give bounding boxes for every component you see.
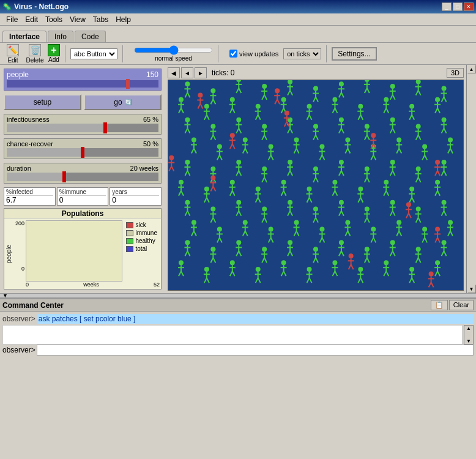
svg-line-158 xyxy=(416,135,418,140)
svg-line-213 xyxy=(422,155,425,160)
svg-line-19 xyxy=(264,95,267,100)
svg-line-3 xyxy=(185,92,187,97)
svg-point-455 xyxy=(262,247,267,252)
svg-point-35 xyxy=(365,80,370,82)
edit-icon: ✏️ xyxy=(7,44,19,56)
svg-line-489 xyxy=(418,258,421,263)
svg-point-360 xyxy=(339,200,344,205)
people-slider-widget[interactable]: people 150 xyxy=(4,69,162,91)
svg-line-323 xyxy=(409,198,412,203)
svg-line-548 xyxy=(435,271,437,276)
maximize-button[interactable]: □ xyxy=(453,2,463,11)
menu-help[interactable]: Help xyxy=(112,14,135,25)
add-button[interactable]: + Add xyxy=(48,44,60,63)
svg-point-310 xyxy=(358,187,363,192)
go-button[interactable]: go 🔄 xyxy=(84,94,162,110)
svg-line-523 xyxy=(307,278,310,283)
svg-line-403 xyxy=(269,237,271,242)
svg-line-253 xyxy=(339,171,341,176)
view-updates-checkbox[interactable] xyxy=(229,50,237,58)
svg-line-433 xyxy=(422,237,425,242)
command-center-title: Command Center xyxy=(2,301,64,310)
svg-point-490 xyxy=(442,240,447,245)
threed-button[interactable]: 3D xyxy=(447,68,464,78)
scroll-down-button[interactable]: ▼ xyxy=(467,285,476,293)
svg-line-174 xyxy=(220,155,222,160)
simulation-world xyxy=(168,80,464,291)
menu-tools[interactable]: Tools xyxy=(42,14,66,25)
sim-back-button[interactable]: ◀ xyxy=(168,67,180,78)
tab-info[interactable]: Info xyxy=(48,31,73,42)
sim-arrow-left[interactable]: ◄ xyxy=(181,67,193,78)
observer-input[interactable] xyxy=(37,345,474,356)
setup-button[interactable]: setup xyxy=(4,94,81,110)
svg-line-368 xyxy=(365,218,367,223)
svg-line-264 xyxy=(393,171,395,176)
svg-line-139 xyxy=(316,135,318,140)
svg-point-60 xyxy=(204,104,209,109)
observer-prompt: observer> xyxy=(2,346,35,354)
svg-line-558 xyxy=(284,122,287,127)
on-ticks-select[interactable]: on ticks xyxy=(283,48,321,59)
svg-line-39 xyxy=(367,88,370,93)
chance-recover-handle xyxy=(81,147,84,158)
svg-line-74 xyxy=(258,115,261,120)
command-center-icon1[interactable]: 📋 xyxy=(431,300,448,310)
button-type-select[interactable]: abc Button xyxy=(70,48,117,59)
minimize-button[interactable]: _ xyxy=(442,2,452,11)
svg-line-599 xyxy=(431,282,434,287)
delete-button[interactable]: 🗑️ Delete xyxy=(26,44,44,64)
edit-button[interactable]: ✏️ Edit xyxy=(4,44,22,64)
svg-line-568 xyxy=(169,166,171,171)
toolbar-separator3 xyxy=(218,45,218,62)
svg-line-488 xyxy=(416,258,418,263)
clear-button[interactable]: Clear xyxy=(449,300,474,310)
svg-point-75 xyxy=(281,97,286,102)
menu-tabs[interactable]: Tabs xyxy=(89,14,112,25)
svg-point-290 xyxy=(256,187,261,192)
svg-line-314 xyxy=(360,198,363,203)
menu-file[interactable]: File xyxy=(2,14,21,25)
svg-point-535 xyxy=(384,260,389,265)
menu-view[interactable]: View xyxy=(66,14,89,25)
svg-line-298 xyxy=(281,191,284,196)
svg-point-235 xyxy=(262,166,267,171)
svg-point-470 xyxy=(339,240,344,245)
svg-line-223 xyxy=(185,171,187,176)
svg-line-133 xyxy=(288,129,290,133)
tab-interface[interactable]: Interface xyxy=(2,31,46,42)
bottom-separator: ▼ xyxy=(0,293,476,298)
duration-slider[interactable]: duration 20 weeks xyxy=(4,163,162,184)
title-text: 🦠 Virus - NetLogo xyxy=(2,2,69,11)
window-title: Virus - NetLogo xyxy=(14,2,69,11)
settings-button[interactable]: Settings... xyxy=(332,47,376,61)
view-updates-label: view updates xyxy=(229,50,278,58)
svg-point-225 xyxy=(210,166,215,171)
svg-point-600 xyxy=(275,88,280,93)
svg-line-443 xyxy=(185,251,187,256)
command-input-row: observer> xyxy=(2,314,474,324)
svg-point-365 xyxy=(365,207,370,212)
svg-point-230 xyxy=(236,160,241,165)
cc-scrollbar[interactable]: ▲ ▼ xyxy=(464,325,474,345)
scroll-up-button[interactable]: ▲ xyxy=(467,65,476,73)
tab-code[interactable]: Code xyxy=(75,31,106,42)
people-track xyxy=(7,80,158,88)
svg-line-214 xyxy=(425,155,427,160)
svg-point-150 xyxy=(390,118,395,122)
menu-edit[interactable]: Edit xyxy=(21,14,42,25)
close-button[interactable]: ✕ xyxy=(464,2,474,11)
svg-line-233 xyxy=(236,171,239,176)
svg-line-564 xyxy=(232,144,235,149)
svg-line-84 xyxy=(310,115,312,120)
command-input[interactable] xyxy=(37,314,474,324)
svg-line-589 xyxy=(437,237,440,242)
sim-arrow-right[interactable]: ► xyxy=(195,67,207,78)
svg-line-454 xyxy=(239,251,241,256)
toolbar-separator4 xyxy=(326,45,327,62)
command-output-area xyxy=(2,325,463,345)
infectiousness-slider[interactable]: infectiousness 65 % xyxy=(4,114,162,135)
speed-slider[interactable] xyxy=(134,45,213,55)
svg-point-540 xyxy=(409,267,414,272)
chance-recover-slider[interactable]: chance-recover 50 % xyxy=(4,138,162,159)
